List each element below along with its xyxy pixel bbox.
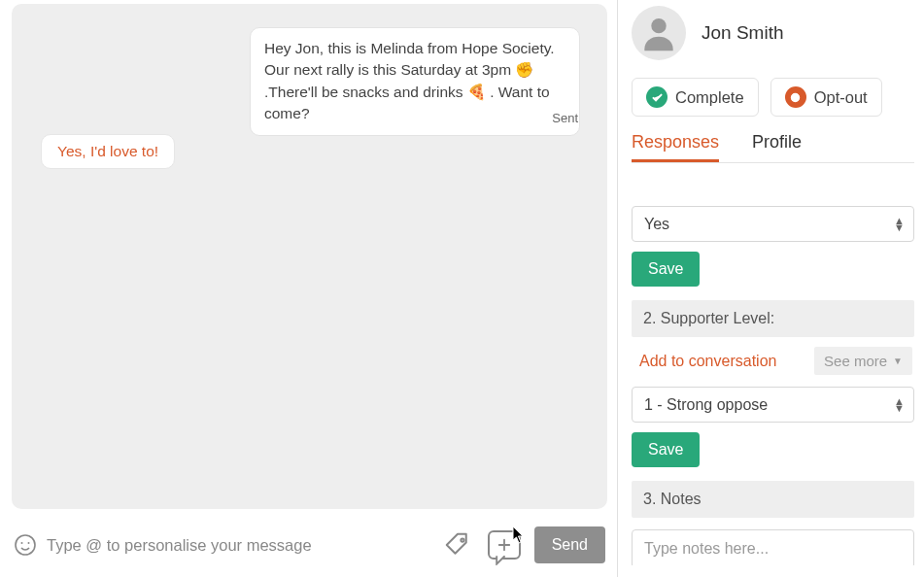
emoji-icon[interactable] (14, 533, 37, 557)
composer: Send (0, 513, 617, 577)
check-icon (646, 86, 667, 108)
scroll-cutoff-row (632, 171, 914, 192)
add-reply-icon[interactable] (488, 530, 521, 560)
notes-input[interactable] (632, 529, 914, 565)
q1-save-button[interactable]: Save (632, 252, 700, 287)
svg-point-0 (16, 535, 35, 555)
tag-icon[interactable] (441, 528, 474, 561)
tab-profile[interactable]: Profile (752, 132, 802, 162)
send-button[interactable]: Send (534, 526, 605, 563)
q2-select[interactable]: 1 - Strong oppose (632, 387, 914, 423)
optout-label: Opt-out (814, 88, 868, 107)
message-input[interactable] (47, 536, 431, 555)
svg-point-1 (21, 542, 23, 544)
side-panel: Jon Smith Complete Opt-out Responses Pro… (618, 0, 924, 577)
q2-header: 2. Supporter Level: (632, 300, 914, 337)
chat-thread: Hey Jon, this is Melinda from Hope Socie… (12, 4, 607, 509)
q2-save-button[interactable]: Save (632, 432, 700, 467)
caret-down-icon: ▼ (893, 356, 903, 366)
svg-point-4 (651, 18, 666, 33)
q1-select[interactable]: Yes (632, 206, 914, 242)
svg-point-2 (28, 542, 30, 544)
contact-header: Jon Smith (632, 6, 914, 60)
chat-pane: Hey Jon, this is Melinda from Hope Socie… (0, 0, 618, 577)
tab-underline (632, 159, 719, 162)
complete-label: Complete (675, 88, 744, 107)
see-more-label: See more (824, 353, 887, 369)
q3-header: 3. Notes (632, 481, 914, 518)
contact-name: Jon Smith (702, 22, 783, 44)
avatar (632, 6, 686, 60)
q2-add-to-conversation[interactable]: Add to conversation (639, 353, 776, 370)
tab-responses[interactable]: Responses (632, 132, 719, 162)
responses-panel: Yes ▲▼ Save 2. Supporter Level: Add to c… (632, 200, 914, 565)
message-status: Sent (552, 111, 578, 125)
complete-button[interactable]: Complete (632, 78, 759, 117)
tabs: Responses Profile (632, 132, 914, 162)
message-outgoing: Hey Jon, this is Melinda from Hope Socie… (250, 27, 580, 136)
q2-see-more[interactable]: See more ▼ (814, 347, 912, 375)
message-incoming: Yes, I'd love to! (41, 134, 175, 169)
optout-button[interactable]: Opt-out (770, 78, 882, 117)
optout-icon (785, 86, 806, 108)
svg-point-3 (461, 538, 463, 541)
